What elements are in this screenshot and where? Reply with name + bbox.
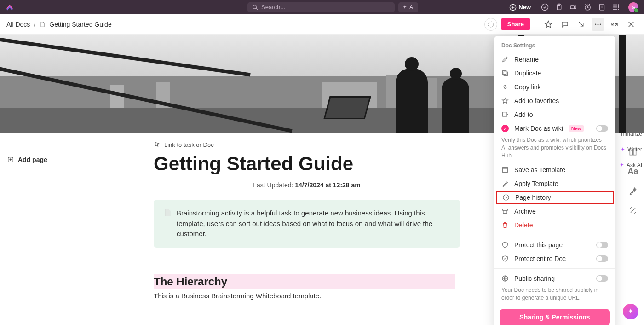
add-page-button[interactable]: Add page — [7, 156, 138, 163]
wand-icon[interactable] — [628, 186, 638, 196]
comment-icon[interactable] — [558, 18, 571, 31]
breadcrumb-current[interactable]: Getting Started Guide — [49, 21, 111, 28]
new-label: New — [518, 4, 531, 11]
heading-hierarchy[interactable]: The Hierarchy — [154, 274, 455, 289]
menu-protect-doc[interactable]: Protect entire Doc — [494, 252, 615, 266]
more-menu-button[interactable] — [592, 18, 604, 31]
new-badge: New — [569, 125, 585, 132]
menu-rename[interactable]: Rename — [494, 52, 615, 66]
svg-point-0 — [253, 5, 257, 8]
ai-label: AI — [409, 4, 414, 11]
top-bar: Search... AI New S — [0, 0, 644, 14]
alarm-icon[interactable] — [584, 3, 592, 11]
apps-grid-icon[interactable] — [612, 3, 620, 11]
panel-title: Doc Settings — [494, 42, 615, 52]
svg-point-25 — [600, 23, 601, 25]
video-icon[interactable] — [569, 3, 577, 11]
wand-icon — [501, 180, 509, 187]
check-circle-icon[interactable] — [541, 3, 549, 11]
add-page-label: Add page — [18, 156, 47, 163]
menu-page-history[interactable]: Page history — [496, 191, 614, 204]
updated-value: 14/7/2024 at 12:28 am — [295, 181, 360, 189]
ai-button[interactable]: AI — [398, 2, 418, 12]
callout-text: Brainstorming activity is a helpful task… — [177, 208, 451, 239]
sparkle-icon — [402, 5, 408, 10]
app-logo[interactable] — [6, 3, 14, 12]
plus-circle-icon — [509, 4, 517, 11]
svg-point-18 — [618, 6, 619, 8]
avatar-letter: S — [632, 5, 635, 10]
svg-line-1 — [256, 8, 258, 10]
sharing-permissions-button[interactable]: Sharing & Permissions — [500, 309, 610, 325]
add-to-icon — [501, 111, 509, 118]
globe-icon — [501, 275, 509, 282]
wiki-description: Verify this Doc as a wiki, which priorit… — [494, 135, 615, 163]
link-icon — [154, 141, 161, 148]
menu-save-template[interactable]: Save as Template — [494, 163, 615, 177]
share-button[interactable]: Share — [501, 18, 530, 30]
wiki-toggle[interactable] — [596, 125, 608, 132]
rail-summarize[interactable]: mmarize — [621, 131, 642, 137]
menu-mark-wiki[interactable]: ✓ Mark Doc as wiki New — [494, 122, 615, 135]
svg-rect-35 — [503, 112, 507, 116]
body-paragraph[interactable]: This is a Business Brainstorming Whitebo… — [154, 292, 460, 300]
page-title[interactable]: Getting Started Guide — [154, 153, 460, 175]
breadcrumb: All Docs / Getting Started Guide — [6, 21, 112, 28]
menu-delete[interactable]: Delete — [494, 218, 615, 232]
svg-rect-33 — [503, 71, 506, 75]
protect-doc-toggle[interactable] — [596, 255, 608, 262]
svg-point-22 — [488, 22, 494, 27]
menu-add-to[interactable]: Add to — [494, 108, 615, 122]
svg-point-17 — [615, 6, 617, 8]
link-task-button[interactable]: Link to task or Doc — [154, 141, 460, 148]
shield-check-icon — [501, 255, 509, 262]
svg-rect-39 — [503, 210, 507, 214]
callout-block[interactable]: Brainstorming activity is a helpful task… — [154, 200, 460, 248]
menu-archive[interactable]: Archive — [494, 204, 615, 218]
copy-icon — [501, 70, 509, 77]
notepad-icon[interactable] — [598, 3, 606, 11]
svg-point-15 — [618, 4, 619, 6]
svg-rect-8 — [570, 6, 575, 9]
sparkle-icon — [627, 308, 634, 315]
search-placeholder: Search... — [261, 4, 285, 11]
menu-add-favorites[interactable]: Add to favorites — [494, 94, 615, 108]
rail-writer[interactable]: Writer — [620, 146, 642, 153]
template-save-icon — [501, 166, 509, 174]
public-toggle[interactable] — [596, 275, 608, 282]
menu-copy-link[interactable]: Copy link — [494, 80, 615, 94]
new-button[interactable]: New — [509, 4, 531, 11]
close-icon[interactable] — [625, 18, 638, 31]
check-icon: ✓ — [501, 125, 509, 132]
ai-fab-button[interactable] — [623, 304, 638, 319]
search-icon — [252, 4, 259, 11]
svg-point-21 — [618, 9, 619, 10]
rail-ask-ai[interactable]: Ask AI — [619, 162, 642, 168]
menu-public-sharing[interactable]: Public sharing — [494, 272, 615, 285]
clipboard-icon[interactable] — [555, 3, 563, 11]
menu-duplicate[interactable]: Duplicate — [494, 66, 615, 80]
search-input[interactable]: Search... — [247, 2, 395, 12]
document-icon — [39, 21, 46, 28]
sparkle-icon — [619, 162, 625, 168]
user-avatar[interactable]: S — [628, 2, 638, 12]
link-icon — [501, 83, 509, 91]
updated-label: Last Updated: — [253, 181, 293, 189]
collapse-icon[interactable] — [608, 18, 621, 31]
svg-point-19 — [613, 9, 615, 10]
menu-protect-page[interactable]: Protect this page — [494, 238, 615, 252]
archive-icon — [501, 208, 509, 215]
document-body: Link to task or Doc Getting Started Guid… — [147, 133, 460, 300]
sync-icon[interactable] — [484, 18, 497, 31]
link-task-label: Link to task or Doc — [164, 141, 214, 148]
protect-page-toggle[interactable] — [596, 242, 608, 248]
breadcrumb-separator: / — [34, 21, 35, 28]
svg-rect-34 — [504, 72, 507, 75]
svg-point-23 — [595, 23, 596, 25]
download-icon[interactable] — [575, 18, 588, 31]
breadcrumb-root[interactable]: All Docs — [6, 21, 30, 28]
shield-icon — [501, 241, 509, 249]
menu-apply-template[interactable]: Apply Template — [494, 177, 615, 191]
magic-icon[interactable] — [628, 206, 638, 215]
star-icon[interactable] — [542, 18, 555, 31]
